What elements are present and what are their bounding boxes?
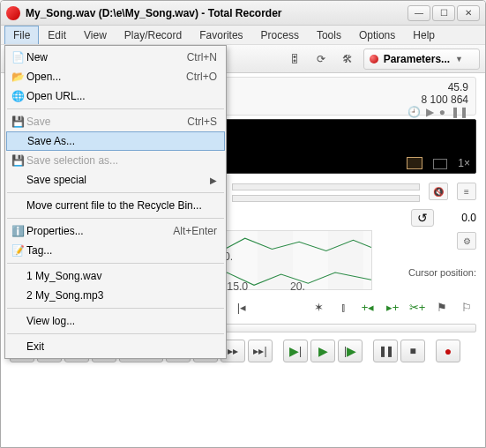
menu-save: 💾 Save Ctrl+S <box>5 112 226 131</box>
marker-add-icon[interactable]: ⚑ <box>432 297 452 317</box>
menu-view-log[interactable]: View log... <box>5 311 226 331</box>
meter-options-icon[interactable]: ≡ <box>457 183 476 200</box>
mute-icon[interactable]: 🔇 <box>429 183 448 200</box>
menu-tools[interactable]: Tools <box>308 26 350 44</box>
menu-recent-2[interactable]: 2 My_Song.mp3 <box>5 286 226 305</box>
insert-after-icon[interactable]: ▸+ <box>383 297 402 317</box>
waveform-settings-icon[interactable]: ⚙ <box>457 232 476 250</box>
menu-exit[interactable]: Exit <box>5 337 226 356</box>
menu-process[interactable]: Process <box>252 26 308 44</box>
go-end-button[interactable]: ▸▸| <box>248 340 273 362</box>
tag-icon: 📝 <box>9 243 26 258</box>
zoom-level: 1× <box>458 157 470 169</box>
menu-tag[interactable]: 📝 Tag... <box>5 241 226 260</box>
pause-button[interactable]: ❚❚ <box>373 340 398 362</box>
record-status-icon: ● <box>439 106 445 118</box>
crop-icon[interactable]: ✶ <box>309 297 328 317</box>
track-size: 8 100 864 <box>422 93 468 106</box>
menu-new[interactable]: 📄 New Ctrl+N <box>5 48 226 67</box>
menu-recycle[interactable]: Move current file to the Recycle Bin... <box>5 196 226 215</box>
pause-status-icon: ❚❚ <box>451 106 468 118</box>
refresh-icon[interactable]: ⟳ <box>310 49 332 70</box>
menu-open-url[interactable]: 🌐 Open URL... <box>5 86 226 106</box>
split-icon[interactable]: ✂+ <box>407 297 427 317</box>
normalize-icon[interactable]: ⫿ <box>333 297 353 317</box>
open-folder-icon: 📂 <box>9 70 26 84</box>
open-url-icon: 🌐 <box>9 89 26 103</box>
menu-favorites[interactable]: Favorites <box>191 26 251 44</box>
menu-open[interactable]: 📂 Open... Ctrl+O <box>5 67 226 86</box>
submenu-arrow-icon: ▶ <box>210 175 217 185</box>
play-button[interactable]: ▶ <box>310 340 335 362</box>
marker-list-icon[interactable]: ⚐ <box>457 297 476 317</box>
play-loop-button[interactable]: |▶ <box>338 340 363 362</box>
track-duration: 45.9 <box>448 81 468 93</box>
save-selection-icon: 💾 <box>9 153 26 168</box>
record-button[interactable]: ● <box>436 340 460 362</box>
video-thumbnail-icon[interactable] <box>407 157 422 169</box>
menu-help[interactable]: Help <box>404 26 444 44</box>
stop-button[interactable]: ■ <box>400 340 425 362</box>
maximize-button[interactable]: ☐ <box>432 5 455 21</box>
menu-options[interactable]: Options <box>350 26 404 44</box>
menu-recent-1[interactable]: 1 My_Song.wav <box>5 266 226 286</box>
parameters-button[interactable]: Parameters... ▼ <box>363 49 480 70</box>
record-indicator-icon <box>370 55 378 63</box>
settings-icon[interactable]: 🛠 <box>337 49 358 70</box>
play-status-icon: ▶ <box>426 106 434 118</box>
meter-right <box>232 195 421 202</box>
close-button[interactable]: ✕ <box>457 5 480 21</box>
info-icon: ℹ️ <box>9 224 26 238</box>
menu-save-special[interactable]: Save special ▶ <box>5 170 226 190</box>
file-menu-dropdown: 📄 New Ctrl+N 📂 Open... Ctrl+O 🌐 Open URL… <box>4 45 227 359</box>
app-icon <box>6 6 20 20</box>
fullscreen-icon[interactable] <box>433 159 447 169</box>
save-icon: 💾 <box>9 115 26 129</box>
meter-left <box>232 183 421 190</box>
menu-file[interactable]: File <box>4 26 39 44</box>
pitch-value: 0.0 <box>441 212 476 224</box>
menu-edit[interactable]: Edit <box>39 26 75 44</box>
svg-text:15.0: 15.0 <box>227 280 248 292</box>
menu-save-selection-as: 💾 Save selection as... <box>5 151 226 170</box>
menu-bar: File Edit View Play/Record Favorites Pro… <box>1 26 485 45</box>
play-selection-button[interactable]: ▶| <box>283 340 308 362</box>
new-file-icon: 📄 <box>9 50 26 64</box>
clock-icon: 🕘 <box>407 106 421 118</box>
mixer-icon[interactable]: 🎛 <box>284 49 305 70</box>
menu-view[interactable]: View <box>75 26 116 44</box>
minimize-button[interactable]: — <box>407 5 430 21</box>
insert-before-icon[interactable]: +◂ <box>358 297 378 317</box>
mark-out-icon[interactable]: |◂ <box>232 297 251 317</box>
menu-properties[interactable]: ℹ️ Properties... Alt+Enter <box>5 221 226 241</box>
menu-play-record[interactable]: Play/Record <box>116 26 191 44</box>
cursor-position-label: Cursor position: <box>408 267 476 278</box>
menu-save-as[interactable]: Save As... <box>6 131 225 151</box>
title-bar: My_Song.wav (D:\e\My_Song.wav) - Total R… <box>1 1 485 26</box>
window-title: My_Song.wav (D:\e\My_Song.wav) - Total R… <box>26 7 407 19</box>
svg-text:20.: 20. <box>290 280 305 292</box>
pitch-reset-button[interactable]: ↺ <box>411 209 434 227</box>
